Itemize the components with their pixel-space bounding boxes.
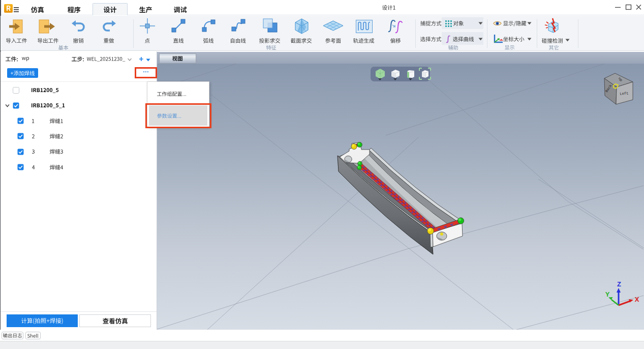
svg-text:Y: Y [605, 290, 610, 298]
svg-text:Left: Left [620, 91, 629, 96]
svg-text:Z: Z [617, 280, 621, 288]
svg-text:X: X [635, 296, 639, 303]
